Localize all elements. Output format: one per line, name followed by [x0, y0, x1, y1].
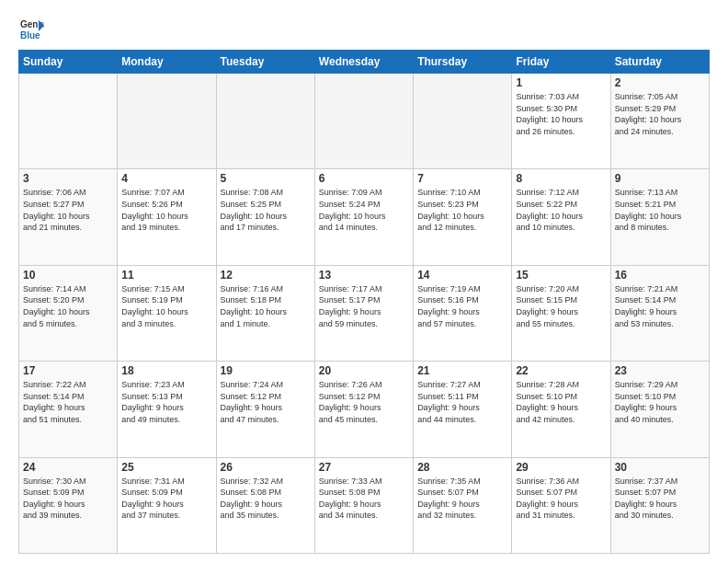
- calendar-cell: 26Sunrise: 7:32 AM Sunset: 5:08 PM Dayli…: [216, 457, 314, 553]
- logo-icon: General Blue: [18, 17, 44, 42]
- day-info: Sunrise: 7:12 AM Sunset: 5:22 PM Dayligh…: [516, 187, 606, 233]
- calendar-cell: [118, 74, 216, 169]
- calendar-week-row: 24Sunrise: 7:30 AM Sunset: 5:09 PM Dayli…: [19, 457, 710, 553]
- header: General Blue: [18, 17, 710, 42]
- day-info: Sunrise: 7:15 AM Sunset: 5:19 PM Dayligh…: [121, 283, 211, 329]
- day-info: Sunrise: 7:16 AM Sunset: 5:18 PM Dayligh…: [221, 283, 311, 329]
- calendar-cell: 10Sunrise: 7:14 AM Sunset: 5:20 PM Dayli…: [19, 265, 118, 361]
- calendar-cell: 12Sunrise: 7:16 AM Sunset: 5:18 PM Dayli…: [216, 265, 314, 361]
- calendar-cell: 27Sunrise: 7:33 AM Sunset: 5:08 PM Dayli…: [314, 457, 413, 553]
- day-info: Sunrise: 7:31 AM Sunset: 5:09 PM Dayligh…: [121, 476, 211, 522]
- day-number: 1: [516, 76, 606, 89]
- weekday-header: Sunday: [19, 51, 118, 74]
- calendar-cell: 25Sunrise: 7:31 AM Sunset: 5:09 PM Dayli…: [118, 457, 216, 553]
- day-info: Sunrise: 7:17 AM Sunset: 5:17 PM Dayligh…: [319, 283, 409, 329]
- calendar-cell: 5Sunrise: 7:08 AM Sunset: 5:25 PM Daylig…: [216, 169, 314, 265]
- day-number: 29: [516, 461, 606, 474]
- calendar-cell: 8Sunrise: 7:12 AM Sunset: 5:22 PM Daylig…: [512, 169, 610, 265]
- day-info: Sunrise: 7:19 AM Sunset: 5:16 PM Dayligh…: [417, 283, 507, 329]
- day-info: Sunrise: 7:08 AM Sunset: 5:25 PM Dayligh…: [221, 187, 311, 233]
- day-info: Sunrise: 7:13 AM Sunset: 5:21 PM Dayligh…: [615, 187, 705, 233]
- weekday-header: Thursday: [414, 51, 512, 74]
- day-info: Sunrise: 7:24 AM Sunset: 5:12 PM Dayligh…: [221, 379, 311, 425]
- day-info: Sunrise: 7:10 AM Sunset: 5:23 PM Dayligh…: [417, 187, 507, 233]
- day-number: 30: [615, 461, 705, 474]
- calendar-cell: 6Sunrise: 7:09 AM Sunset: 5:24 PM Daylig…: [314, 169, 413, 265]
- day-number: 10: [23, 269, 113, 282]
- day-number: 2: [615, 76, 705, 89]
- calendar-cell: 20Sunrise: 7:26 AM Sunset: 5:12 PM Dayli…: [314, 362, 413, 457]
- day-number: 4: [121, 172, 211, 185]
- day-number: 9: [615, 172, 705, 185]
- calendar-cell: 11Sunrise: 7:15 AM Sunset: 5:19 PM Dayli…: [118, 265, 216, 361]
- calendar-week-row: 3Sunrise: 7:06 AM Sunset: 5:27 PM Daylig…: [19, 169, 710, 265]
- calendar-cell: 21Sunrise: 7:27 AM Sunset: 5:11 PM Dayli…: [414, 362, 512, 457]
- day-number: 17: [23, 364, 113, 377]
- day-number: 24: [23, 461, 113, 474]
- day-info: Sunrise: 7:23 AM Sunset: 5:13 PM Dayligh…: [121, 379, 211, 425]
- day-info: Sunrise: 7:33 AM Sunset: 5:08 PM Dayligh…: [319, 476, 409, 522]
- day-info: Sunrise: 7:29 AM Sunset: 5:10 PM Dayligh…: [615, 379, 705, 425]
- calendar-cell: 29Sunrise: 7:36 AM Sunset: 5:07 PM Dayli…: [512, 457, 610, 553]
- calendar-week-row: 17Sunrise: 7:22 AM Sunset: 5:14 PM Dayli…: [19, 362, 710, 457]
- day-info: Sunrise: 7:37 AM Sunset: 5:07 PM Dayligh…: [615, 476, 705, 522]
- logo: General Blue: [18, 17, 48, 42]
- day-number: 6: [319, 172, 409, 185]
- calendar-cell: 14Sunrise: 7:19 AM Sunset: 5:16 PM Dayli…: [414, 265, 512, 361]
- day-number: 7: [417, 172, 507, 185]
- day-number: 22: [516, 364, 606, 377]
- day-number: 14: [417, 269, 507, 282]
- day-info: Sunrise: 7:30 AM Sunset: 5:09 PM Dayligh…: [23, 476, 113, 522]
- calendar-header-row: SundayMondayTuesdayWednesdayThursdayFrid…: [19, 51, 710, 74]
- day-number: 20: [319, 364, 409, 377]
- day-number: 3: [23, 172, 113, 185]
- weekday-header: Friday: [512, 51, 610, 74]
- calendar-cell: 19Sunrise: 7:24 AM Sunset: 5:12 PM Dayli…: [216, 362, 314, 457]
- page: General Blue SundayMondayTuesdayWednesda…: [0, 0, 728, 563]
- calendar-cell: 16Sunrise: 7:21 AM Sunset: 5:14 PM Dayli…: [610, 265, 709, 361]
- calendar-cell: 4Sunrise: 7:07 AM Sunset: 5:26 PM Daylig…: [118, 169, 216, 265]
- calendar-cell: 17Sunrise: 7:22 AM Sunset: 5:14 PM Dayli…: [19, 362, 118, 457]
- weekday-header: Wednesday: [314, 51, 413, 74]
- day-info: Sunrise: 7:20 AM Sunset: 5:15 PM Dayligh…: [516, 283, 606, 329]
- calendar-cell: [216, 74, 314, 169]
- calendar-cell: 2Sunrise: 7:05 AM Sunset: 5:29 PM Daylig…: [610, 74, 709, 169]
- day-number: 19: [221, 364, 311, 377]
- day-number: 27: [319, 461, 409, 474]
- calendar-week-row: 1Sunrise: 7:03 AM Sunset: 5:30 PM Daylig…: [19, 74, 710, 169]
- weekday-header: Tuesday: [216, 51, 314, 74]
- calendar-cell: 9Sunrise: 7:13 AM Sunset: 5:21 PM Daylig…: [610, 169, 709, 265]
- calendar: SundayMondayTuesdayWednesdayThursdayFrid…: [18, 50, 710, 554]
- weekday-header: Monday: [118, 51, 216, 74]
- svg-text:Blue: Blue: [20, 30, 40, 40]
- day-info: Sunrise: 7:36 AM Sunset: 5:07 PM Dayligh…: [516, 476, 606, 522]
- calendar-cell: [19, 74, 118, 169]
- day-number: 11: [121, 269, 211, 282]
- day-number: 23: [615, 364, 705, 377]
- calendar-cell: [314, 74, 413, 169]
- calendar-cell: 28Sunrise: 7:35 AM Sunset: 5:07 PM Dayli…: [414, 457, 512, 553]
- day-info: Sunrise: 7:35 AM Sunset: 5:07 PM Dayligh…: [417, 476, 507, 522]
- calendar-cell: 13Sunrise: 7:17 AM Sunset: 5:17 PM Dayli…: [314, 265, 413, 361]
- day-info: Sunrise: 7:06 AM Sunset: 5:27 PM Dayligh…: [23, 187, 113, 233]
- day-number: 15: [516, 269, 606, 282]
- day-info: Sunrise: 7:32 AM Sunset: 5:08 PM Dayligh…: [221, 476, 311, 522]
- day-info: Sunrise: 7:28 AM Sunset: 5:10 PM Dayligh…: [516, 379, 606, 425]
- day-number: 26: [221, 461, 311, 474]
- day-info: Sunrise: 7:26 AM Sunset: 5:12 PM Dayligh…: [319, 379, 409, 425]
- calendar-cell: 1Sunrise: 7:03 AM Sunset: 5:30 PM Daylig…: [512, 74, 610, 169]
- day-number: 28: [417, 461, 507, 474]
- day-info: Sunrise: 7:05 AM Sunset: 5:29 PM Dayligh…: [615, 91, 705, 137]
- calendar-cell: 22Sunrise: 7:28 AM Sunset: 5:10 PM Dayli…: [512, 362, 610, 457]
- day-number: 25: [121, 461, 211, 474]
- day-info: Sunrise: 7:21 AM Sunset: 5:14 PM Dayligh…: [615, 283, 705, 329]
- day-info: Sunrise: 7:22 AM Sunset: 5:14 PM Dayligh…: [23, 379, 113, 425]
- day-info: Sunrise: 7:14 AM Sunset: 5:20 PM Dayligh…: [23, 283, 113, 329]
- calendar-cell: 18Sunrise: 7:23 AM Sunset: 5:13 PM Dayli…: [118, 362, 216, 457]
- calendar-week-row: 10Sunrise: 7:14 AM Sunset: 5:20 PM Dayli…: [19, 265, 710, 361]
- day-number: 16: [615, 269, 705, 282]
- day-number: 8: [516, 172, 606, 185]
- day-number: 5: [221, 172, 311, 185]
- weekday-header: Saturday: [610, 51, 709, 74]
- calendar-cell: 3Sunrise: 7:06 AM Sunset: 5:27 PM Daylig…: [19, 169, 118, 265]
